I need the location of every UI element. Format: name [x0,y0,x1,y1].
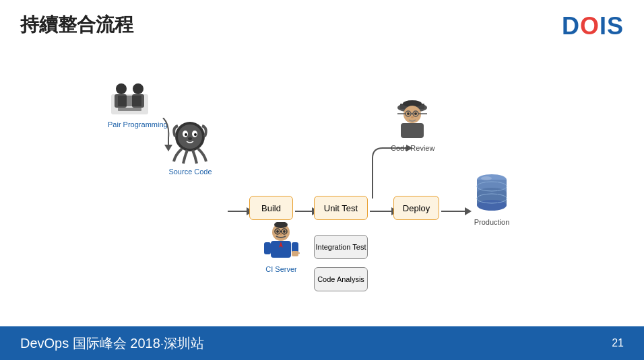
ci-server-icon [263,222,300,262]
code-analysis-node: Code Analysis [314,267,368,291]
header: 持續整合流程 DOIS [0,0,644,40]
svg-point-17 [276,230,279,233]
source-code-node: Source Code [168,118,212,176]
svg-point-49 [481,176,492,180]
svg-rect-41 [401,123,424,138]
svg-point-18 [283,230,286,233]
svg-point-1 [116,83,127,94]
svg-rect-6 [118,108,141,111]
diagram-area: Pair Programming [0,40,644,330]
logo-d: D [562,12,580,40]
code-review-node: Code Review [391,94,434,152]
svg-point-39 [414,112,417,115]
ci-server-node: CI Server [263,222,300,273]
source-code-icon [168,118,212,165]
build-node: Build [249,196,293,220]
logo-i: I [600,12,607,40]
deploy-node: Deploy [393,196,439,220]
production-icon [472,172,512,215]
ci-server-label: CI Server [263,265,300,273]
svg-point-12 [185,133,187,136]
logo: DOIS [562,12,624,40]
svg-point-9 [178,124,202,149]
svg-rect-25 [264,242,271,254]
svg-point-22 [280,233,282,236]
svg-point-14 [188,137,192,140]
svg-rect-27 [292,251,298,256]
code-review-icon [391,94,434,141]
code-review-label: Code Review [391,144,434,152]
svg-point-40 [411,116,414,118]
svg-point-3 [133,83,143,94]
svg-point-13 [194,133,197,136]
arrow-deploy-production [441,207,472,215]
unit-test-node: Unit Test [314,196,368,220]
footer: DevOps 国际峰会 2018·深圳站 21 [0,326,644,360]
production-label: Production [472,218,512,226]
svg-rect-5 [118,96,141,106]
footer-text: DevOps 国际峰会 2018·深圳站 [20,334,204,353]
svg-point-38 [407,112,410,115]
logo-o: O [580,12,600,40]
source-code-label: Source Code [168,168,212,176]
svg-point-46 [477,200,507,211]
footer-page: 21 [612,337,624,349]
logo-s: S [607,12,624,40]
pair-programming-icon [108,81,152,118]
page-title: 持續整合流程 [20,12,133,38]
integration-test-node: Integration Test [314,235,368,259]
production-node: Production [472,172,512,226]
